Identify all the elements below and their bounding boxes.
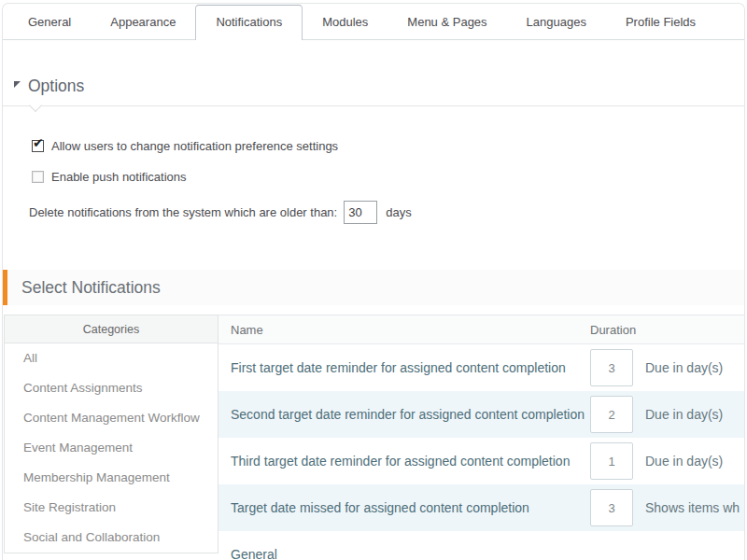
allow-change-preferences-label: Allow users to change notification prefe… [51, 139, 338, 153]
collapse-triangle-icon [14, 81, 21, 88]
duration-input[interactable] [590, 442, 633, 480]
notification-name: First target date reminder for assigned … [218, 360, 590, 375]
notifications-table: Name Duration First target date reminder… [218, 315, 744, 560]
divider-notch-icon [29, 99, 42, 112]
tab-modules[interactable]: Modules [303, 6, 388, 39]
select-notifications-body: Categories All Content Assignments Conte… [4, 315, 744, 560]
tab-languages[interactable]: Languages [507, 6, 606, 39]
duration-suffix: Shows items wh [645, 500, 740, 515]
name-column-header: Name [218, 323, 590, 337]
categories-panel: Categories All Content Assignments Conte… [4, 315, 218, 553]
tab-profile-fields[interactable]: Profile Fields [606, 6, 715, 39]
options-divider [3, 105, 744, 117]
delete-days-input[interactable] [344, 201, 377, 224]
delete-notifications-label: Delete notifications from the system whi… [29, 205, 337, 219]
enable-push-checkbox[interactable] [32, 171, 44, 183]
options-section-toggle[interactable]: Options [14, 74, 744, 98]
duration-column-header: Duration [590, 323, 636, 337]
check-icon: ✔ [33, 136, 44, 149]
notification-name: Second target date reminder for assigned… [218, 407, 590, 422]
notification-row-first-target-reminder: First target date reminder for assigned … [218, 344, 744, 391]
allow-change-preferences-row: ✔ Allow users to change notification pre… [32, 137, 744, 154]
category-item-content-management-workflow[interactable]: Content Management Workflow [5, 403, 218, 433]
settings-panel: General Appearance Notifications Modules… [2, 3, 745, 560]
category-item-all[interactable]: All [5, 343, 218, 373]
duration-input[interactable] [590, 349, 633, 386]
duration-input[interactable] [590, 489, 633, 526]
tab-bar: General Appearance Notifications Modules… [3, 4, 744, 40]
orange-accent-bar [3, 270, 7, 305]
notification-name: Third target date reminder for assigned … [218, 454, 590, 469]
options-title: Options [28, 77, 84, 96]
tab-notifications[interactable]: Notifications [195, 5, 303, 40]
enable-push-label: Enable push notifications [51, 170, 187, 184]
category-item-social-and-collaboration[interactable]: Social and Collaboration [5, 523, 218, 553]
categories-header: Categories [5, 315, 218, 343]
duration-input[interactable] [590, 396, 633, 433]
tab-menu-pages[interactable]: Menu & Pages [388, 6, 506, 39]
allow-change-preferences-checkbox[interactable]: ✔ [32, 140, 44, 152]
delete-notifications-row: Delete notifications from the system whi… [29, 201, 744, 224]
category-item-site-registration[interactable]: Site Registration [5, 493, 218, 523]
duration-suffix: Due in day(s) [645, 360, 723, 375]
duration-suffix: Due in day(s) [645, 407, 723, 422]
category-item-content-assignments[interactable]: Content Assignments [5, 373, 218, 403]
notifications-table-header: Name Duration [218, 315, 744, 344]
duration-suffix: Due in day(s) [645, 454, 723, 469]
tab-general[interactable]: General [8, 6, 91, 39]
notification-group-row-general: General [218, 531, 744, 560]
tab-appearance[interactable]: Appearance [91, 6, 195, 39]
enable-push-row: Enable push notifications [32, 168, 744, 185]
category-item-membership-management[interactable]: Membership Management [5, 463, 218, 493]
notification-group-label: General [218, 547, 590, 560]
notification-row-second-target-reminder: Second target date reminder for assigned… [218, 391, 744, 438]
notification-name: Target date missed for assigned content … [218, 500, 590, 515]
notification-row-target-date-missed: Target date missed for assigned content … [218, 484, 744, 531]
select-notifications-header: Select Notifications [3, 270, 744, 305]
category-item-event-management[interactable]: Event Management [5, 433, 218, 463]
notification-row-third-target-reminder: Third target date reminder for assigned … [218, 438, 744, 484]
delete-days-suffix: days [386, 205, 411, 219]
select-notifications-title: Select Notifications [21, 278, 161, 298]
